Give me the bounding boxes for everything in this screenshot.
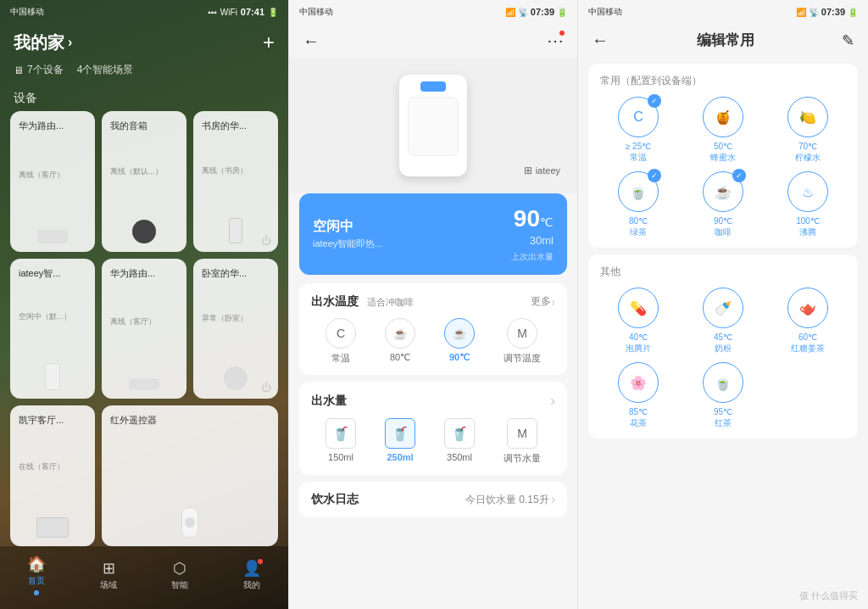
device-card-router1[interactable]: 华为路由... 离线（客厅）	[10, 111, 95, 252]
volume-section-header: 出水量 ›	[311, 392, 555, 410]
other-item-ginger[interactable]: 🫖 60℃红糖姜茶	[770, 288, 846, 354]
temp-icon-m: M	[507, 318, 537, 349]
nav-mine[interactable]: 👤 我的	[242, 559, 261, 591]
vol-250[interactable]: 🥤 250ml	[385, 418, 415, 465]
temp-hint: 适合冲咖啡	[367, 297, 414, 307]
temp-option-custom[interactable]: M 调节温度	[504, 318, 541, 365]
device-name-tv: 凯宇客厅...	[19, 414, 86, 427]
wifi-2: 📡	[518, 8, 528, 17]
device-name-router2: 华为路由...	[110, 267, 178, 280]
fav-item-greentea[interactable]: 🍵 ✓ 80℃绿茶	[600, 171, 676, 237]
device-icon-router2	[110, 370, 178, 390]
time-2: 07:39	[531, 7, 554, 17]
temp-more-btn[interactable]: 更多 ›	[531, 294, 555, 309]
nav-scene[interactable]: ⊞ 场域	[100, 559, 117, 591]
fav-item-lemon[interactable]: 🍋 70℃柠檬水	[770, 97, 846, 163]
vol-label-250: 250ml	[387, 452, 413, 462]
vol-custom[interactable]: M 调节水量	[504, 418, 541, 465]
status-bar-1: 中国移动 ▪▪▪ WiFi 07:41 🔋	[0, 0, 288, 24]
more-red-dot	[559, 31, 565, 36]
temp-section: 出水温度 适合冲咖啡 更多 › C 常温 ☕ 80℃ ☕ 90℃ M	[299, 283, 567, 375]
vol-icon-250: 🥤	[385, 418, 415, 449]
volume-title: 出水量	[311, 394, 347, 409]
mine-nav-icon: 👤	[242, 559, 261, 578]
temp-options: C 常温 ☕ 80℃ ☕ 90℃ M 调节温度	[311, 318, 555, 365]
temp-display: 90 ℃	[514, 205, 554, 232]
back-button-2[interactable]: ←	[303, 31, 320, 51]
fav-item-coffee[interactable]: ☕ ✓ 90℃咖啡	[685, 171, 761, 237]
more-button-2[interactable]: ⋯	[547, 31, 564, 51]
nav-smart-label: 智能	[171, 579, 188, 591]
device-card-lamp2[interactable]: 卧室的华... 异常（卧室） ⏻	[193, 259, 278, 399]
device-stats: 🖥 7个设备 4个智能场景	[0, 58, 288, 82]
device-name-heater: iateey智...	[19, 267, 86, 280]
temp-label-normal: 常温	[331, 352, 350, 365]
back-button-3[interactable]: ←	[592, 31, 609, 50]
vol-150[interactable]: 🥤 150ml	[326, 418, 356, 465]
other-label-tablet: 40℃泡腾片	[626, 332, 651, 354]
remote-btn	[185, 517, 195, 528]
temp-number: 90	[514, 205, 540, 232]
device-icon: 🖥 7个设备	[14, 63, 64, 77]
vol-350[interactable]: 🥤 350ml	[444, 418, 475, 465]
device-card-router2[interactable]: 华为路由... 离线（客厅）	[102, 259, 186, 399]
device-name-lamp2: 卧室的华...	[202, 267, 270, 280]
other-item-redtea[interactable]: 🍵 95℃红茶	[685, 362, 761, 428]
device-card-speaker[interactable]: 我的音箱 离线（默认...）	[102, 111, 186, 252]
temp-icon-90: ☕	[444, 318, 475, 349]
nav-mine-label: 我的	[243, 579, 260, 591]
drink-log-value-text: 今日饮水量 0.15升	[465, 493, 549, 507]
edit-button-3[interactable]: ✎	[842, 31, 854, 50]
device-status-heater: 空闲中（默...）	[19, 311, 86, 322]
check-badge-normal: ✓	[648, 94, 661, 108]
other-icon-ginger: 🫖	[787, 288, 828, 328]
other-icon-redtea: 🍵	[703, 362, 743, 403]
other-item-flower[interactable]: 🌸 85℃花茶	[600, 362, 676, 428]
nav-home[interactable]: 🏠 首页	[27, 555, 46, 595]
fav-icon-container-honey: 🍯	[703, 97, 743, 137]
carrier-label: 中国移动	[10, 6, 44, 18]
other-item-milk[interactable]: 🍼 45℃奶粉	[685, 288, 761, 354]
add-device-button[interactable]: +	[263, 31, 275, 54]
power-btn-lamp1[interactable]: ⏻	[261, 235, 271, 247]
home-title-area[interactable]: 我的家 ›	[14, 31, 72, 54]
device-card-heater[interactable]: iateey智... 空闲中（默...）	[10, 259, 95, 399]
temp-option-80[interactable]: ☕ 80℃	[385, 318, 415, 365]
temp-option-normal[interactable]: C 常温	[326, 318, 356, 365]
nav-scene-label: 场域	[100, 579, 117, 591]
drink-log-chevron-icon: ›	[551, 492, 555, 507]
drink-log-title: 饮水日志	[311, 492, 359, 507]
panel1-header: 我的家 › +	[0, 24, 288, 58]
device-state: 空闲中	[313, 218, 383, 236]
tv-shape	[36, 517, 69, 538]
other-item-tablet[interactable]: 💊 40℃泡腾片	[600, 288, 676, 354]
fav-item-normal-temp[interactable]: C ✓ ≥ 25℃常温	[600, 97, 676, 163]
temp-more-label: 更多	[531, 294, 551, 309]
carrier-info: 中国移动	[10, 6, 44, 18]
device-status-router1: 离线（客厅）	[19, 170, 86, 181]
nav-smart[interactable]: ⬡ 智能	[171, 559, 188, 591]
signal-icon: ▪▪▪	[208, 8, 217, 17]
device-card-remote[interactable]: 红外遥控器	[102, 405, 278, 546]
fav-icon-container-boiling: ♨	[787, 171, 828, 212]
wifi-3: 📡	[809, 8, 819, 17]
status-icons-2: 📶 📡 07:39 🔋	[505, 7, 567, 17]
panel-water-heater: 中国移动 📶 📡 07:39 🔋 ← ⋯ ⊞ iateey 空闲中 iateey…	[288, 0, 578, 609]
carrier-3: 中国移动	[588, 6, 622, 18]
water-amount-value: 30ml	[530, 234, 554, 247]
heater-top-part	[420, 81, 446, 92]
page-title-3: 编辑常用	[697, 31, 754, 50]
fav-icon-container-coffee: ☕ ✓	[703, 171, 743, 212]
nav-home-dot	[34, 590, 39, 595]
device-status-speaker: 离线（默认...）	[110, 166, 178, 177]
other-section-label: 其他	[600, 265, 846, 279]
water-heater-image	[399, 75, 467, 176]
device-card-tv[interactable]: 凯宇客厅... 在线（客厅）	[10, 405, 95, 546]
fav-item-honey[interactable]: 🍯 50℃蜂蜜水	[685, 97, 761, 163]
device-status-router2: 离线（客厅）	[110, 316, 178, 327]
drink-log-section[interactable]: 饮水日志 今日饮水量 0.15升 ›	[299, 482, 567, 517]
device-card-lamp1[interactable]: 书房的华... 离线（书房） ⏻	[193, 111, 278, 252]
temp-option-90[interactable]: ☕ 90℃	[444, 318, 475, 365]
fav-item-boiling[interactable]: ♨ 100℃沸腾	[770, 171, 846, 237]
power-btn-lamp2[interactable]: ⏻	[261, 382, 271, 394]
